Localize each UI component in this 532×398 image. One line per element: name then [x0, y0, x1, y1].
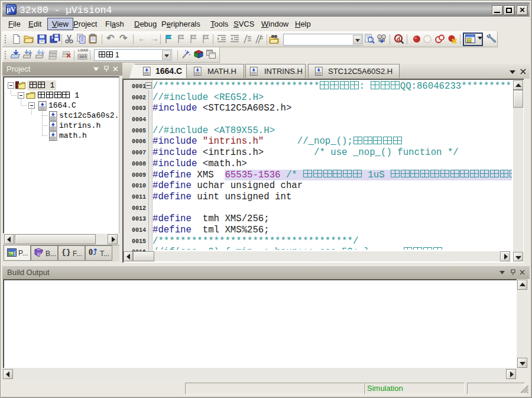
svg-text:d: d	[397, 35, 400, 42]
svg-text:?: ?	[38, 253, 40, 257]
